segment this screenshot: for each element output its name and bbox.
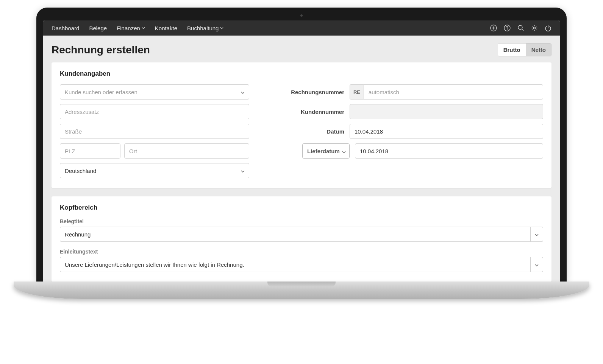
chevron-down-icon <box>535 231 539 238</box>
nav-dashboard[interactable]: Dashboard <box>52 25 79 31</box>
street-input[interactable] <box>60 124 249 139</box>
brutto-button[interactable]: Brutto <box>498 44 526 56</box>
nav-label: Kontakte <box>155 25 177 31</box>
address-addition-input[interactable] <box>60 104 249 119</box>
chevron-down-icon <box>535 261 539 268</box>
laptop-bezel: Dashboard Belege Finanzen Kontakte <box>36 8 567 282</box>
nav-finanzen[interactable]: Finanzen <box>117 25 145 31</box>
search-icon[interactable] <box>517 25 524 31</box>
page-title: Rechnung erstellen <box>52 44 150 56</box>
customer-search-input[interactable] <box>60 84 249 100</box>
doc-title-dropdown-button[interactable] <box>530 227 543 242</box>
customer-right-col: Rechnungsnummer RE Kundennummer <box>283 84 543 178</box>
nav-label: Belege <box>89 25 107 31</box>
nav-kontakte[interactable]: Kontakte <box>155 25 177 31</box>
netto-button[interactable]: Netto <box>526 44 551 56</box>
laptop-base <box>14 282 589 299</box>
intro-dropdown-button[interactable] <box>530 257 543 272</box>
delivery-date-wrapper: Lieferdatum <box>302 143 350 159</box>
laptop-frame: Dashboard Belege Finanzen Kontakte <box>36 8 567 299</box>
invoice-number-label: Rechnungsnummer <box>283 89 350 95</box>
customer-left-col <box>60 84 249 178</box>
power-icon[interactable] <box>545 25 551 31</box>
nav-right <box>490 25 551 31</box>
app-viewport: Dashboard Belege Finanzen Kontakte <box>43 20 560 282</box>
nav-label: Dashboard <box>52 25 79 31</box>
gear-icon[interactable] <box>531 25 538 31</box>
invoice-prefix: RE <box>350 84 364 100</box>
doc-title-label: Belegtitel <box>60 218 543 224</box>
zip-input[interactable] <box>60 143 120 159</box>
date-input[interactable] <box>350 124 543 139</box>
customer-card: Kundenangaben <box>52 62 551 188</box>
delivery-date-btn-label: Lieferdatum <box>307 148 340 154</box>
invoice-number-input[interactable] <box>364 84 543 100</box>
nav-label: Finanzen <box>117 25 140 31</box>
page-header: Rechnung erstellen Brutto Netto <box>43 36 560 62</box>
date-label: Datum <box>283 128 350 135</box>
city-input[interactable] <box>124 143 249 159</box>
content-area: Kundenangaben <box>43 62 560 282</box>
chevron-down-icon <box>342 148 346 154</box>
customer-number-label: Kundennummer <box>283 109 350 115</box>
customer-card-title: Kundenangaben <box>60 70 543 78</box>
top-nav: Dashboard Belege Finanzen Kontakte <box>43 20 560 36</box>
country-select[interactable] <box>60 163 249 178</box>
svg-point-4 <box>534 27 536 29</box>
doc-title-input[interactable] <box>60 227 543 242</box>
nav-label: Buchhaltung <box>187 25 219 31</box>
nav-items: Dashboard Belege Finanzen Kontakte <box>52 25 223 31</box>
svg-point-3 <box>518 25 522 30</box>
chevron-down-icon <box>220 27 223 29</box>
customer-two-col: Rechnungsnummer RE Kundennummer <box>60 84 543 178</box>
laptop-notch <box>267 282 336 287</box>
add-icon[interactable] <box>490 25 497 31</box>
delivery-date-button[interactable]: Lieferdatum <box>302 143 350 159</box>
camera-dot <box>300 14 303 17</box>
nav-belege[interactable]: Belege <box>89 25 107 31</box>
help-icon[interactable] <box>504 25 511 31</box>
intro-label: Einleitungstext <box>60 249 543 255</box>
head-card: Kopfbereich Belegtitel Einleitungstext <box>52 196 551 282</box>
chevron-down-icon <box>142 27 145 29</box>
brutto-netto-toggle: Brutto Netto <box>498 43 551 56</box>
svg-point-2 <box>507 29 508 30</box>
customer-number-input[interactable] <box>350 104 543 119</box>
delivery-date-input[interactable] <box>355 143 543 159</box>
nav-buchhaltung[interactable]: Buchhaltung <box>187 25 223 31</box>
intro-text-input[interactable] <box>60 257 543 272</box>
head-card-title: Kopfbereich <box>60 204 543 212</box>
